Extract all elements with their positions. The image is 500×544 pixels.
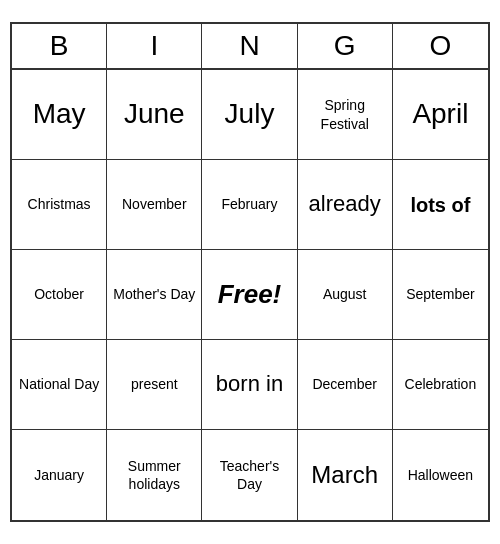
header-letter: O (393, 24, 488, 68)
bingo-cell: Celebration (393, 340, 488, 430)
bingo-cell: July (202, 70, 297, 160)
bingo-cell: January (12, 430, 107, 520)
bingo-cell: Mother's Day (107, 250, 202, 340)
bingo-cell: April (393, 70, 488, 160)
bingo-cell: Halloween (393, 430, 488, 520)
bingo-cell: National Day (12, 340, 107, 430)
header-letter: N (202, 24, 297, 68)
bingo-cell: November (107, 160, 202, 250)
bingo-cell: Teacher's Day (202, 430, 297, 520)
bingo-grid: MayJuneJulySpring FestivalAprilChristmas… (12, 70, 488, 520)
bingo-cell: September (393, 250, 488, 340)
bingo-cell: December (298, 340, 393, 430)
header-letter: G (298, 24, 393, 68)
bingo-cell: Free! (202, 250, 297, 340)
bingo-cell: born in (202, 340, 297, 430)
bingo-cell: already (298, 160, 393, 250)
bingo-cell: Christmas (12, 160, 107, 250)
bingo-cell: March (298, 430, 393, 520)
bingo-cell: June (107, 70, 202, 160)
bingo-cell: October (12, 250, 107, 340)
header-letter: I (107, 24, 202, 68)
bingo-cell: present (107, 340, 202, 430)
bingo-cell: lots of (393, 160, 488, 250)
bingo-cell: May (12, 70, 107, 160)
bingo-cell: August (298, 250, 393, 340)
bingo-cell: Summer holidays (107, 430, 202, 520)
bingo-card: BINGO MayJuneJulySpring FestivalAprilChr… (10, 22, 490, 522)
bingo-header: BINGO (12, 24, 488, 70)
bingo-cell: Spring Festival (298, 70, 393, 160)
bingo-cell: February (202, 160, 297, 250)
header-letter: B (12, 24, 107, 68)
